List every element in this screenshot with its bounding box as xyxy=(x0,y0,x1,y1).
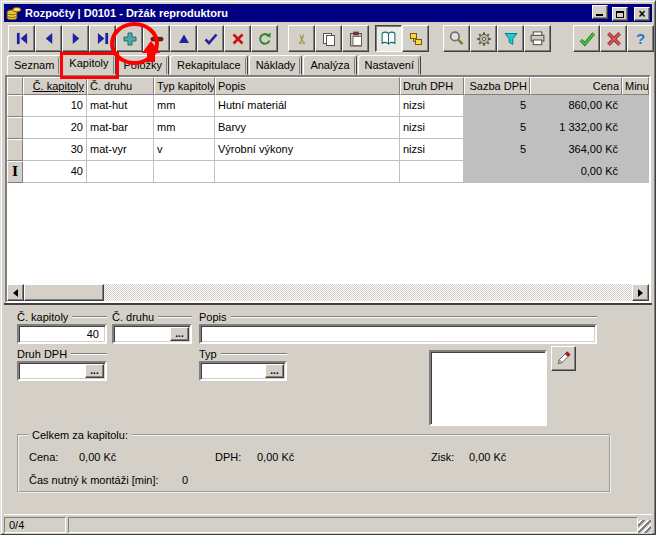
column-header-popis[interactable]: Popis xyxy=(215,77,400,95)
column-header-cena[interactable]: Cena xyxy=(530,77,622,95)
nav-last-icon xyxy=(95,32,111,45)
cut-button[interactable]: ✂ xyxy=(288,25,315,52)
filter-button[interactable] xyxy=(497,25,524,52)
c-kapitoly-input[interactable]: 40 xyxy=(17,324,107,344)
grid-cell-minut[interactable] xyxy=(622,95,649,117)
refresh-button[interactable] xyxy=(251,25,278,52)
insert-record-button[interactable] xyxy=(116,25,143,52)
grid-cell-typ[interactable] xyxy=(154,161,215,183)
refresh-icon xyxy=(257,31,273,47)
grid-cell-kapitoly[interactable]: 40 xyxy=(23,161,87,183)
druh-dph-input[interactable]: ... xyxy=(17,361,107,381)
column-header-sazba_dph[interactable]: Sazba DPH xyxy=(464,77,530,95)
grid-cell-popis[interactable] xyxy=(215,161,400,183)
druh-dph-lookup-button[interactable]: ... xyxy=(85,364,104,378)
title-bar[interactable]: Rozpočty | D0101 - Držák reproduktoru × xyxy=(4,4,652,22)
grid-cell-typ[interactable]: v xyxy=(154,139,215,161)
grid-cell-popis[interactable]: Hutní materiál xyxy=(215,95,400,117)
cancel-edit-button[interactable] xyxy=(224,25,251,52)
column-header-druh_dph[interactable]: Druh DPH xyxy=(400,77,464,95)
grid-cell-typ[interactable]: mm xyxy=(154,95,215,117)
tab-seznam[interactable]: Seznam xyxy=(7,55,61,75)
copy-button[interactable] xyxy=(315,25,342,52)
edit-record-button[interactable] xyxy=(170,25,197,52)
notes-listbox[interactable] xyxy=(429,350,547,426)
c-druhu-lookup-button[interactable]: ... xyxy=(170,327,189,341)
close-form-button[interactable] xyxy=(600,25,627,52)
settings-button[interactable] xyxy=(470,25,497,52)
typ-lookup-button[interactable]: ... xyxy=(265,364,284,378)
horizontal-scrollbar[interactable] xyxy=(7,284,649,301)
grid-cell-cena[interactable]: 0,00 Kč xyxy=(530,161,622,183)
scrollbar-track[interactable] xyxy=(24,284,632,301)
grid-cell-minut[interactable] xyxy=(622,117,649,139)
help-button[interactable]: ? xyxy=(627,25,654,52)
close-window-button[interactable]: × xyxy=(634,7,650,21)
tab-analyza[interactable]: Analýza xyxy=(303,55,356,75)
grid-cell-typ[interactable]: mm xyxy=(154,117,215,139)
grid-cell-cena[interactable]: 1 332,00 Kč xyxy=(530,117,622,139)
grid-cell-druh_dph[interactable]: nizsi xyxy=(400,95,464,117)
column-header-kapitoly[interactable]: Č. kapitoly xyxy=(23,77,87,95)
column-header-minut[interactable]: Minut xyxy=(622,77,649,95)
prev-record-button[interactable] xyxy=(35,25,62,52)
grid-row-30[interactable]: 30mat-vyrvVýrobní výkonynizsi5364,00 Kč xyxy=(7,139,649,161)
grid-cell-sazba_dph[interactable]: 5 xyxy=(464,95,530,117)
column-header-typ[interactable]: Typ kapitoly xyxy=(154,77,215,95)
tab-rekapitulace[interactable]: Rekapitulace xyxy=(170,55,248,75)
ok-button[interactable] xyxy=(573,25,600,52)
maximize-button[interactable] xyxy=(612,7,628,21)
grid-cell-cena[interactable]: 860,00 Kč xyxy=(530,95,622,117)
grid-row-20[interactable]: 20mat-barmmBarvynizsi51 332,00 Kč xyxy=(7,117,649,139)
scrollbar-thumb[interactable] xyxy=(24,284,104,301)
grid-cell-druh[interactable]: mat-vyr xyxy=(87,139,154,161)
grid-cell-sazba_dph[interactable]: 5 xyxy=(464,139,530,161)
browse-button[interactable] xyxy=(375,25,402,52)
delete-record-button[interactable] xyxy=(143,25,170,52)
post-record-button[interactable] xyxy=(197,25,224,52)
search-button[interactable] xyxy=(443,25,470,52)
edit-note-button[interactable] xyxy=(551,346,576,371)
grid-cell-druh[interactable]: mat-bar xyxy=(87,117,154,139)
typ-input[interactable]: ... xyxy=(199,361,287,381)
scroll-right-button[interactable] xyxy=(632,284,649,301)
row-indicator[interactable] xyxy=(7,95,23,117)
grid-cell-kapitoly[interactable]: 10 xyxy=(23,95,87,117)
row-indicator[interactable]: I xyxy=(7,161,23,183)
grid-cell-sazba_dph[interactable] xyxy=(464,161,530,183)
grid-cell-druh[interactable]: mat-hut xyxy=(87,95,154,117)
minimize-button[interactable] xyxy=(592,5,608,19)
next-record-button[interactable] xyxy=(62,25,89,52)
print-button[interactable] xyxy=(524,25,551,52)
row-indicator[interactable] xyxy=(7,139,23,161)
tab-naklady[interactable]: Náklady xyxy=(249,55,303,75)
tab-nastaveni[interactable]: Nastavení xyxy=(358,55,422,75)
grid-cell-druh[interactable] xyxy=(87,161,154,183)
grid-cell-popis[interactable]: Barvy xyxy=(215,117,400,139)
grid-cell-druh_dph[interactable]: nizsi xyxy=(400,139,464,161)
grid-cell-kapitoly[interactable]: 30 xyxy=(23,139,87,161)
first-record-button[interactable] xyxy=(8,25,35,52)
grid-cell-popis[interactable]: Výrobní výkony xyxy=(215,139,400,161)
grid-row-40[interactable]: I400,00 Kč xyxy=(7,161,649,183)
grid-cell-cena[interactable]: 364,00 Kč xyxy=(530,139,622,161)
popis-input[interactable] xyxy=(199,324,597,344)
grid-cell-minut[interactable] xyxy=(622,139,649,161)
selector-column-header[interactable] xyxy=(7,77,23,95)
resize-grip[interactable] xyxy=(638,520,651,533)
grid-cell-sazba_dph[interactable]: 5 xyxy=(464,117,530,139)
grid-cell-druh_dph[interactable]: nizsi xyxy=(400,117,464,139)
grid-cell-kapitoly[interactable]: 20 xyxy=(23,117,87,139)
last-record-button[interactable] xyxy=(89,25,116,52)
tab-polozky[interactable]: Položky xyxy=(117,55,170,75)
paste-button[interactable] xyxy=(342,25,369,52)
grid-cell-druh_dph[interactable] xyxy=(400,161,464,183)
tab-kapitoly[interactable]: Kapitoly xyxy=(62,53,115,75)
grid-cell-minut[interactable] xyxy=(622,161,649,183)
c-druhu-input[interactable]: ... xyxy=(112,324,192,344)
row-indicator[interactable] xyxy=(7,117,23,139)
structure-button[interactable] xyxy=(402,25,429,52)
column-header-druh[interactable]: Č. druhu xyxy=(87,77,154,95)
grid-row-10[interactable]: 10mat-hutmmHutní materiálnizsi5860,00 Kč xyxy=(7,95,649,117)
scroll-left-button[interactable] xyxy=(7,284,24,301)
